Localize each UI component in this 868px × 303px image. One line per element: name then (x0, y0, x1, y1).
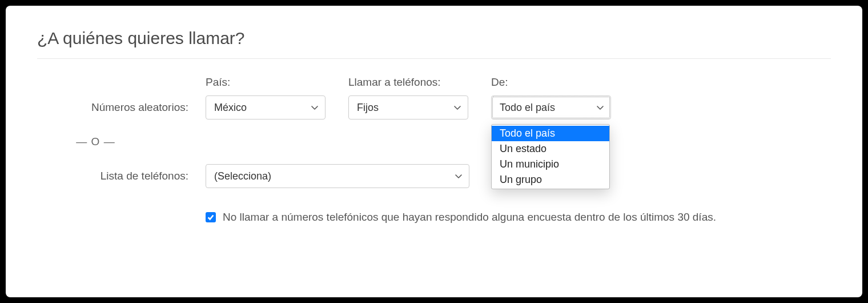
phone-type-select-value: Fijos (357, 102, 379, 114)
form-area: País: Llamar a teléfonos: De: Números al… (37, 76, 831, 224)
or-separator-text: — O — (37, 135, 206, 148)
from-option-un-estado[interactable]: Un estado (492, 141, 609, 157)
phone-list-select-value: (Selecciona) (214, 170, 271, 182)
from-select[interactable]: Todo el país (491, 95, 611, 119)
country-select-value: México (214, 102, 247, 114)
or-separator-row: — O — (37, 135, 831, 148)
country-column-label: País: (206, 76, 348, 89)
phone-type-select[interactable]: Fijos (348, 95, 468, 119)
phone-list-label: Lista de teléfonos: (37, 170, 206, 182)
chevron-down-icon (596, 103, 605, 112)
chevron-down-icon (310, 103, 319, 112)
random-numbers-row: Números aleatorios: México Fijos Todo el… (37, 95, 831, 119)
from-dropdown-popup: Todo el país Un estado Un municipio Un g… (491, 124, 610, 189)
exclude-recent-row: No llamar a números telefónicos que haya… (37, 211, 831, 224)
column-labels-row: País: Llamar a teléfonos: De: (37, 76, 831, 89)
call-targets-panel: ¿A quiénes quieres llamar? País: Llamar … (6, 6, 862, 297)
exclude-recent-checkbox-wrap: No llamar a números telefónicos que haya… (206, 211, 716, 224)
from-option-un-municipio[interactable]: Un municipio (492, 157, 609, 172)
random-numbers-label: Números aleatorios: (37, 101, 206, 114)
from-option-un-grupo[interactable]: Un grupo (492, 172, 609, 188)
call-phones-column-label: Llamar a teléfonos: (348, 76, 491, 89)
chevron-down-icon (453, 103, 462, 112)
phone-list-row: Lista de teléfonos: (Selecciona) (37, 164, 831, 188)
phone-list-select[interactable]: (Selecciona) (206, 164, 469, 188)
from-column-label: De: (491, 76, 611, 89)
country-select[interactable]: México (206, 95, 326, 119)
from-option-todo-el-pais[interactable]: Todo el país (492, 126, 609, 141)
exclude-recent-label: No llamar a números telefónicos que haya… (223, 211, 716, 224)
chevron-down-icon (454, 172, 463, 181)
panel-heading: ¿A quiénes quieres llamar? (37, 29, 831, 59)
from-select-value: Todo el país (500, 102, 555, 114)
exclude-recent-checkbox[interactable] (206, 212, 216, 222)
